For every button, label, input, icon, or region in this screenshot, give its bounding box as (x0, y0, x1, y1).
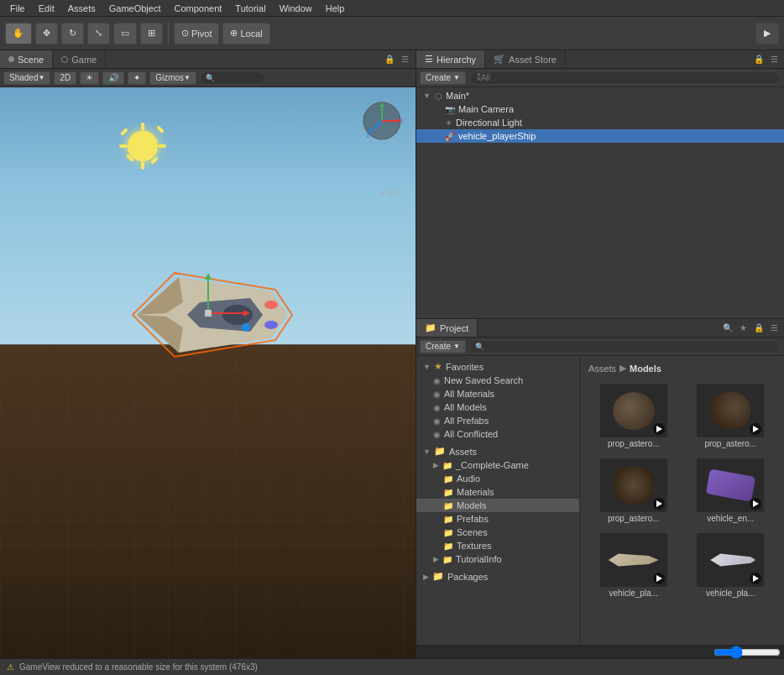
scene-tab-label: Scene (18, 55, 44, 65)
menu-window[interactable]: Window (273, 0, 319, 16)
sidebar-tutorial-info[interactable]: ▶ 📁 TutorialInfo (416, 552, 579, 566)
hierarchy-search-input[interactable] (469, 71, 781, 85)
hand-tool-button[interactable]: ✋ (5, 23, 32, 44)
packages-label: Packages (447, 572, 488, 582)
sidebar-all-materials[interactable]: ◉ All Materials (416, 387, 579, 400)
sidebar-new-saved-search[interactable]: ◉ New Saved Search (416, 374, 579, 387)
tree-item-camera[interactable]: ▶ 📷 Main Camera (416, 102, 784, 116)
asset-label-3: vehicle_en... (707, 514, 754, 523)
menu-component[interactable]: Component (167, 0, 228, 16)
assets-header[interactable]: ▼ 📁 Assets (416, 444, 579, 458)
tab-hierarchy[interactable]: ☰ Hierarchy (416, 50, 485, 68)
scene-search-input[interactable] (217, 71, 259, 85)
scale-tool-button[interactable]: ⤡ (87, 23, 110, 44)
project-star-button[interactable]: ★ (737, 323, 750, 332)
play-button[interactable]: ▶ (755, 23, 779, 44)
rect-tool-button[interactable]: ▭ (113, 23, 137, 44)
project-menu-button[interactable]: ☰ (768, 323, 781, 332)
assets-section: ▼ 📁 Assets ▶ 📁 _Complete-Game 📁 Audio (416, 442, 579, 568)
lights-button[interactable]: ☀ (80, 71, 99, 85)
project-lock-button[interactable]: 🔒 (751, 323, 766, 332)
tab-options: 🔒 ☰ (381, 50, 416, 68)
shaded-button[interactable]: Shaded ▼ (3, 71, 50, 85)
play-tri-5 (753, 575, 759, 582)
all-conflicted-label: All Conflicted (444, 429, 498, 439)
all-models-icon: ◉ (433, 403, 441, 412)
svg-text:Z: Z (366, 133, 370, 139)
local-label: Local (240, 29, 262, 39)
asset-item-5[interactable]: vehicle_pla... (684, 530, 778, 601)
assets-grid: prop_astero... prop_astero... (583, 377, 781, 604)
asset-size-range[interactable] (713, 648, 781, 657)
tab-menu-icon[interactable]: ☰ (398, 55, 412, 64)
tree-item-main[interactable]: ▼ ⬡ Main* (416, 89, 784, 102)
tab-lock-icon[interactable]: 🔒 (381, 55, 398, 64)
hierarchy-create-button[interactable]: Create ▼ (420, 71, 466, 85)
scene-viewport[interactable]: Y X Z ≡ Iso (0, 87, 416, 658)
svg-point-32 (264, 321, 278, 329)
sidebar-complete-game[interactable]: ▶ 📁 _Complete-Game (416, 458, 579, 472)
sidebar-all-prefabs[interactable]: ◉ All Prefabs (416, 414, 579, 427)
menu-assets[interactable]: Assets (61, 0, 102, 16)
project-create-button[interactable]: Create ▼ (420, 340, 466, 353)
hierarchy-lock-button[interactable]: 🔒 (751, 55, 766, 64)
hierarchy-content: ▼ ⬡ Main* ▶ 📷 Main Camera ▶ ☀ Directiona… (416, 87, 784, 318)
asset-item-3[interactable]: vehicle_en... (684, 455, 778, 526)
tab-scene[interactable]: Scene (0, 50, 53, 68)
asset-thumb-1 (697, 384, 764, 437)
sidebar-all-models[interactable]: ◉ All Models (416, 400, 579, 414)
pivot-button[interactable]: ⊙ Pivot (174, 23, 219, 44)
project-search-box: 🔍 (469, 340, 781, 353)
scenes-label: Scenes (457, 527, 488, 537)
sidebar-materials[interactable]: 📁 Materials (416, 485, 579, 499)
fx-button[interactable]: ✦ (128, 71, 146, 85)
axes-gizmo-svg: Y X Z (361, 100, 403, 142)
asset-item-0[interactable]: prop_astero... (587, 380, 681, 452)
spaceship[interactable] (116, 256, 301, 375)
audio-button[interactable]: 🔊 (102, 71, 124, 85)
tab-game[interactable]: Game (53, 50, 106, 68)
project-tab-bar: 📁 Project 🔍 ★ 🔒 ☰ (416, 319, 784, 338)
sidebar-scenes[interactable]: 📁 Scenes (416, 526, 579, 539)
move-tool-button[interactable]: ✥ (35, 23, 58, 44)
sidebar-prefabs[interactable]: 📁 Prefabs (416, 512, 579, 526)
menu-edit[interactable]: Edit (32, 0, 61, 16)
prefabs-label: Prefabs (457, 514, 489, 524)
rotate-tool-button[interactable]: ↻ (61, 23, 84, 44)
menu-file[interactable]: File (3, 0, 32, 16)
transform-tool-button[interactable]: ⊞ (140, 23, 163, 44)
packages-arrow: ▶ (423, 573, 429, 581)
asset-item-2[interactable]: prop_astero... (587, 455, 681, 526)
assets-arrow: ▼ (423, 447, 431, 456)
tab-project[interactable]: 📁 Project (416, 319, 478, 337)
tutorial-label: TutorialInfo (456, 554, 502, 564)
favorites-header[interactable]: ▼ ★ Favorites (416, 359, 579, 374)
gizmos-button[interactable]: Gizmos ▼ (149, 71, 196, 85)
tab-asset-store[interactable]: 🛒 Asset Store (485, 50, 566, 68)
tree-item-light[interactable]: ▶ ☀ Directional Light (416, 116, 784, 129)
sidebar-audio[interactable]: 📁 Audio (416, 472, 579, 485)
menu-bar: File Edit Assets GameObject Component Tu… (0, 0, 784, 17)
2d-button[interactable]: 2D (54, 71, 76, 85)
audio-label: Audio (457, 474, 480, 484)
axes-gizmo[interactable]: Y X Z (361, 100, 403, 142)
menu-tutorial[interactable]: Tutorial (228, 0, 272, 16)
sidebar-models[interactable]: 📁 Models (416, 499, 579, 512)
menu-gameobject[interactable]: GameObject (102, 0, 168, 16)
svg-rect-13 (126, 154, 134, 162)
project-search-input[interactable] (487, 340, 775, 353)
tree-item-ship[interactable]: ▶ 🚀 vehicle_playerShip (416, 129, 784, 143)
sidebar-all-conflicted[interactable]: ◉ All Conflicted (416, 427, 579, 441)
sidebar-textures[interactable]: 📁 Textures (416, 539, 579, 552)
packages-header[interactable]: ▶ 📁 Packages (416, 569, 579, 583)
audio-folder-icon: 📁 (443, 474, 453, 484)
asset-item-1[interactable]: prop_astero... (684, 380, 778, 452)
project-search-button[interactable]: 🔍 (720, 323, 735, 332)
local-button[interactable]: ⊕ Local (222, 23, 269, 44)
hierarchy-menu-button[interactable]: ☰ (768, 55, 781, 64)
svg-text:X: X (401, 118, 403, 123)
scenes-folder-icon: 📁 (443, 528, 453, 537)
asteroid3-thumb (614, 467, 654, 504)
asset-item-4[interactable]: vehicle_pla... (587, 530, 681, 601)
menu-help[interactable]: Help (319, 0, 352, 16)
